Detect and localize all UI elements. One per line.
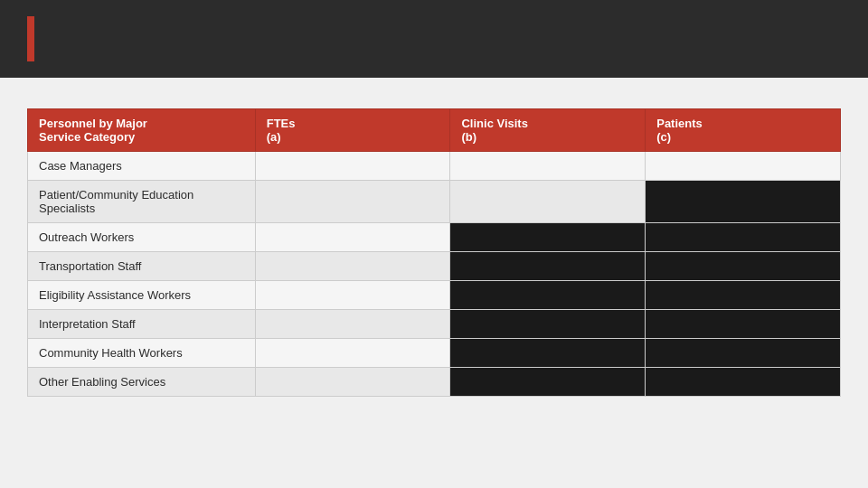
table-container: Personnel by MajorService Category FTEs(…: [27, 108, 841, 397]
table-row: Transportation Staff: [28, 252, 841, 281]
cell-category: Eligibility Assistance Workers: [28, 281, 256, 310]
cell-ftes: [255, 152, 450, 181]
cell-patients: [646, 368, 841, 397]
table-row: Patient/Community Education Specialists: [28, 181, 841, 223]
cell-ftes: [255, 368, 450, 397]
cell-patients: [646, 310, 841, 339]
table-row: Community Health Workers: [28, 339, 841, 368]
table-row: Other Enabling Services: [28, 368, 841, 397]
red-accent-bar: [27, 16, 34, 61]
cell-clinic-visits: [450, 281, 646, 310]
cell-ftes: [255, 223, 450, 252]
col-header-category: Personnel by MajorService Category: [28, 109, 256, 152]
header-bar: [0, 0, 868, 78]
cell-ftes: [255, 181, 450, 223]
cell-category: Patient/Community Education Specialists: [28, 181, 256, 223]
cell-clinic-visits: [450, 310, 646, 339]
cell-category: Case Managers: [28, 152, 256, 181]
col-header-ftes: FTEs(a): [255, 109, 450, 152]
staffing-table: Personnel by MajorService Category FTEs(…: [27, 108, 841, 397]
cell-clinic-visits: [450, 152, 646, 181]
cell-patients: [646, 181, 841, 223]
col-header-clinic-visits: Clinic Visits(b): [450, 109, 646, 152]
cell-patients: [646, 252, 841, 281]
cell-category: Transportation Staff: [28, 252, 256, 281]
cell-clinic-visits: [450, 252, 646, 281]
cell-clinic-visits: [450, 368, 646, 397]
cell-ftes: [255, 339, 450, 368]
cell-category: Outreach Workers: [28, 223, 256, 252]
cell-patients: [646, 339, 841, 368]
cell-patients: [646, 281, 841, 310]
cell-ftes: [255, 252, 450, 281]
cell-ftes: [255, 281, 450, 310]
content-area: Personnel by MajorService Category FTEs(…: [0, 78, 868, 488]
cell-clinic-visits: [450, 181, 646, 223]
table-header-row: Personnel by MajorService Category FTEs(…: [28, 109, 841, 152]
table-row: Eligibility Assistance Workers: [28, 281, 841, 310]
cell-patients: [646, 223, 841, 252]
cell-category: Other Enabling Services: [28, 368, 256, 397]
slide: Personnel by MajorService Category FTEs(…: [0, 0, 868, 488]
table-row: Case Managers: [28, 152, 841, 181]
cell-category: Interpretation Staff: [28, 310, 256, 339]
table-row: Interpretation Staff: [28, 310, 841, 339]
cell-patients: [646, 152, 841, 181]
cell-category: Community Health Workers: [28, 339, 256, 368]
cell-clinic-visits: [450, 223, 646, 252]
cell-clinic-visits: [450, 339, 646, 368]
table-row: Outreach Workers: [28, 223, 841, 252]
col-header-patients: Patients(c): [646, 109, 841, 152]
cell-ftes: [255, 310, 450, 339]
